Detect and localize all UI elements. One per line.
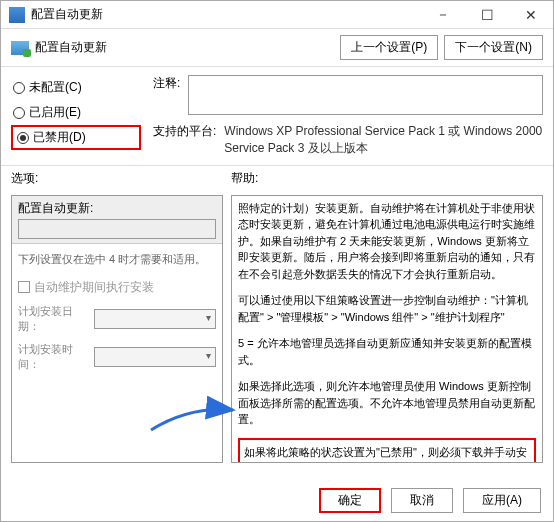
prev-setting-button[interactable]: 上一个设置(P) [340,35,438,60]
sched-day-select[interactable] [94,309,216,329]
app-icon [9,7,25,23]
radio-label: 已禁用(D) [33,129,86,146]
ok-button[interactable]: 确定 [319,488,381,513]
config-area: 未配置(C) 已启用(E) 已禁用(D) 注释: 支持的平台: Windows … [1,67,553,166]
sched-time-row: 计划安装时间： [12,338,222,376]
config-right: 注释: 支持的平台: Windows XP Professional Servi… [153,75,543,157]
radio-input-icon [17,132,29,144]
help-para: 5 = 允许本地管理员选择自动更新应通知并安装更新的配置模式。 [238,335,536,368]
cancel-button[interactable]: 取消 [391,488,453,513]
auto-maint-check-row[interactable]: 自动维护期间执行安装 [12,275,222,300]
radio-label: 未配置(C) [29,79,82,96]
annotation-arrow-icon [149,396,239,436]
comment-label: 注释: [153,75,180,92]
help-para: 如果选择此选项，则允许本地管理员使用 Windows 更新控制面板选择所需的配置… [238,378,536,428]
highlight-disabled-radio: 已禁用(D) [11,125,141,150]
help-para: 照特定的计划）安装更新。自动维护将在计算机处于非使用状态时安装更新，避免在计算机… [238,200,536,283]
cfg-update-label: 配置自动更新: [18,201,93,215]
subtitle-row: 配置自动更新 上一个设置(P) 下一个设置(N) [1,29,553,67]
comment-input[interactable] [188,75,543,115]
cfg-update-select[interactable] [18,219,216,239]
highlight-help-para: 如果将此策略的状态设置为"已禁用"，则必须下载并手动安装 Windows 更新中… [238,438,536,463]
apply-button[interactable]: 应用(A) [463,488,541,513]
sched-day-row: 计划安装日期： [12,300,222,338]
radio-disabled[interactable]: 已禁用(D) [15,129,137,146]
policy-icon [11,41,29,55]
options-header: 选项: [11,170,231,187]
radio-enabled[interactable]: 已启用(E) [11,100,141,125]
radio-input-icon [13,82,25,94]
main-area: 配置自动更新: 下列设置仅在选中 4 时才需要和适用。 自动维护期间执行安装 计… [1,191,553,463]
sched-time-select[interactable] [94,347,216,367]
window-controls: － ☐ ✕ [421,1,553,28]
help-para-highlight: 如果将此策略的状态设置为"已禁用"，则必须下载并手动安装 Windows 更新中… [244,444,530,463]
window-title: 配置自动更新 [31,6,421,23]
close-button[interactable]: ✕ [509,1,553,28]
minimize-button[interactable]: － [421,1,465,28]
auto-maint-label: 自动维护期间执行安装 [34,279,154,296]
radio-group: 未配置(C) 已启用(E) 已禁用(D) [11,75,141,157]
title-bar: 配置自动更新 － ☐ ✕ [1,1,553,29]
radio-unconfigured[interactable]: 未配置(C) [11,75,141,100]
next-setting-button[interactable]: 下一个设置(N) [444,35,543,60]
platform-label: 支持的平台: [153,123,216,140]
radio-input-icon [13,107,25,119]
help-panel[interactable]: 照特定的计划）安装更新。自动维护将在计算机处于非使用状态时安装更新，避免在计算机… [231,195,543,463]
dialog-footer: 确定 取消 应用(A) [319,488,541,513]
help-para: 可以通过使用以下组策略设置进一步控制自动维护："计算机配置" > "管理模板" … [238,292,536,325]
subtitle-text: 配置自动更新 [35,39,107,56]
options-info-text: 下列设置仅在选中 4 时才需要和适用。 [12,244,222,275]
cfg-update-label-row: 配置自动更新: [12,196,222,244]
radio-label: 已启用(E) [29,104,81,121]
columns-header: 选项: 帮助: [1,166,553,191]
checkbox-icon [18,281,30,293]
sched-day-label: 计划安装日期： [18,304,88,334]
help-header: 帮助: [231,170,543,187]
platform-value: Windows XP Professional Service Pack 1 或… [224,123,543,157]
sched-time-label: 计划安装时间： [18,342,88,372]
maximize-button[interactable]: ☐ [465,1,509,28]
